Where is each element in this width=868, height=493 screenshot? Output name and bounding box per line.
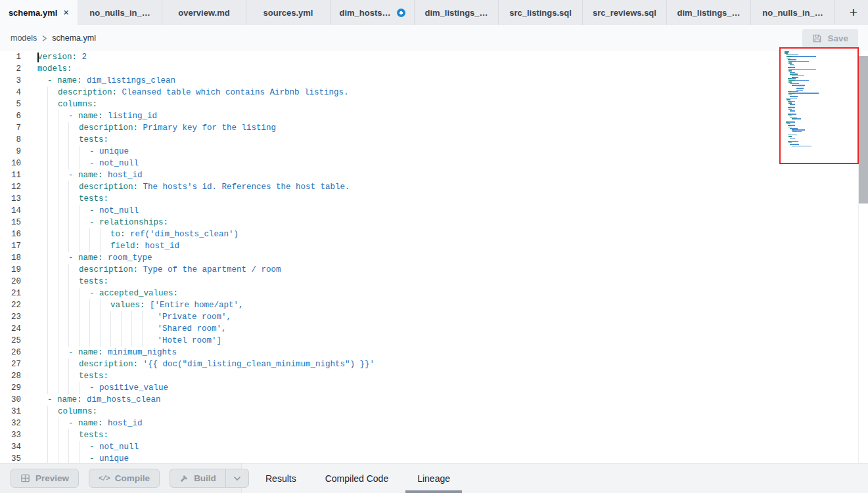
tab-schema-yml[interactable]: schema.yml× [0,0,78,25]
code-line[interactable]: 12 description: The hosts's id. Referenc… [0,181,868,193]
code-line[interactable]: 29 - positive_value [0,382,868,394]
code-line[interactable]: 23 'Private room', [0,311,868,323]
tab-sources-yml[interactable]: sources.yml [246,0,331,25]
code-editor[interactable]: 1version: 22models:3 - name: dim_listing… [0,51,868,463]
new-tab-button[interactable]: + [839,0,868,25]
code-line-content: columns: [37,406,97,418]
code-line-content: - name: room_type [37,252,152,264]
breadcrumb-filename: schema.yml [52,33,96,43]
code-line[interactable]: 1version: 2 [0,51,868,63]
line-number: 11 [0,169,21,181]
code-line[interactable]: 16 to: ref('dim_hosts_clean') [0,228,868,240]
line-number: 17 [0,240,21,252]
code-line[interactable]: 18 - name: room_type [0,252,868,264]
line-number: 23 [0,311,21,323]
code-line[interactable]: 19 description: Type of the apartment / … [0,264,868,276]
compile-button[interactable]: </> Compile [89,469,160,488]
scrollbar-thumb[interactable] [859,56,868,204]
panel-tab-label: Lineage [417,473,450,484]
text-cursor [37,53,39,62]
line-number: 27 [0,358,21,370]
code-line-content: - name: host_id [37,418,143,429]
code-line[interactable]: 3 - name: dim_listings_clean [0,75,868,87]
tab-no-nulls-in[interactable]: no_nulls_in_… [751,0,835,25]
code-line[interactable]: 20 tests: [0,276,868,288]
save-button[interactable]: Save [802,29,858,48]
tab-dim-listings[interactable]: dim_listings_… [415,0,499,25]
save-icon [812,33,822,43]
code-line[interactable]: 21 - accepted_values: [0,288,868,299]
code-line-content: - not_null [37,158,139,169]
code-line[interactable]: 8 tests: [0,134,868,146]
code-line[interactable]: 10 - not_null [0,158,868,169]
compile-label: Compile [115,473,150,483]
code-line-content: tests: [37,276,108,288]
code-line[interactable]: 31 columns: [0,406,868,418]
code-line[interactable]: 11 - name: host_id [0,169,868,181]
line-number: 14 [0,205,21,217]
line-number: 24 [0,323,21,335]
code-line-content: description: Primary key for the listing [37,122,276,134]
tab-overview-md[interactable]: overview.md [162,0,246,25]
tab-label: dim_listings_… [424,8,488,18]
code-line[interactable]: 6 - name: listing_id [0,110,868,122]
code-line[interactable]: 13 tests: [0,193,868,205]
tab-dim-listings[interactable]: dim_listings_… [667,0,751,25]
code-line[interactable]: 24 'Shared room', [0,323,868,335]
line-number: 10 [0,158,21,169]
line-number: 33 [0,429,21,441]
tab-src-reviews-sql[interactable]: src_reviews.sql [583,0,667,25]
code-line[interactable]: 35 - unique [0,453,868,463]
ide-window: schema.yml×no_nulls_in_…overview.mdsourc… [0,0,868,493]
line-number: 26 [0,347,21,358]
code-line[interactable]: 4 description: Cleansed table which cont… [0,87,868,98]
code-line[interactable]: 25 'Hotel room'] [0,335,868,347]
code-line[interactable]: 7 description: Primary key for the listi… [0,122,868,134]
minimap[interactable] [779,47,859,164]
code-line-content: - unique [37,453,129,463]
tab-src-listings-sql[interactable]: src_listings.sql [499,0,583,25]
code-line-content: - name: listing_id [37,110,157,122]
code-line[interactable]: 5 columns: [0,98,868,110]
code-line[interactable]: 28 tests: [0,370,868,382]
code-line[interactable]: 22 values: ['Entire home/apt', [0,299,868,311]
panel-tab-label: Results [265,473,296,484]
chevron-right-icon [41,35,47,42]
save-label: Save [827,33,848,43]
code-line[interactable]: 27 description: '{{ doc("dim_listing_cle… [0,358,868,370]
code-line-content: tests: [37,370,108,382]
code-line-content: description: The hosts's id. References … [37,181,350,193]
code-line[interactable]: 2models: [0,63,868,75]
bottom-bar: Preview </> Compile Build [0,463,868,493]
build-options-button[interactable] [225,469,249,488]
breadcrumb-models[interactable]: models [11,33,37,43]
close-icon[interactable]: × [63,7,69,17]
code-line[interactable]: 9 - unique [0,146,868,158]
line-number: 2 [0,63,21,75]
code-line-content: - name: dim_listings_clean [37,75,175,87]
tab-label: src_listings.sql [509,8,572,18]
code-line[interactable]: 17 field: host_id [0,240,868,252]
panel-tab-compiled-code[interactable]: Compiled Code [319,463,396,493]
code-line[interactable]: 34 - not_null [0,441,868,453]
code-line[interactable]: 15 - relationships: [0,217,868,228]
code-lines: 1version: 22models:3 - name: dim_listing… [0,51,868,463]
code-line[interactable]: 14 - not_null [0,205,868,217]
code-line-content: - name: dim_hosts_clean [37,394,161,406]
preview-button[interactable]: Preview [11,469,79,488]
code-line[interactable]: 32 - name: host_id [0,418,868,429]
tab-label: sources.yml [263,8,313,18]
panel-tab-results[interactable]: Results [259,463,303,493]
build-button[interactable]: Build [170,469,225,488]
code-line[interactable]: 33 tests: [0,429,868,441]
preview-label: Preview [35,473,69,483]
code-line[interactable]: 26 - name: minimum_nights [0,347,868,358]
line-number: 30 [0,394,21,406]
code-line-content: - accepted_values: [37,288,178,299]
tab-no-nulls-in[interactable]: no_nulls_in_… [78,0,162,25]
panel-tab-lineage[interactable]: Lineage [411,463,457,493]
code-line-content: tests: [37,134,108,146]
tab-dim-hosts[interactable]: dim_hosts… [331,0,415,25]
chevron-down-icon [233,476,241,481]
code-line[interactable]: 30 - name: dim_hosts_clean [0,394,868,406]
